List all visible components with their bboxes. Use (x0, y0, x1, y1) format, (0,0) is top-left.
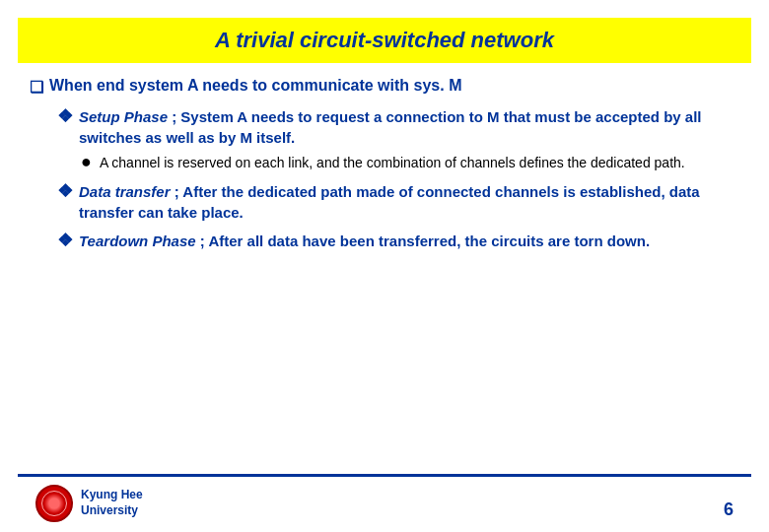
logo-inner-circle (41, 491, 67, 516)
sub-point-setup-text: Setup Phase ; System A needs to request … (79, 106, 739, 148)
sub-bullet-setup: ❖ (57, 105, 73, 127)
main-point: ❑ When end system A needs to communicate… (30, 77, 739, 97)
sub-bullet-data-transfer: ❖ (57, 180, 73, 202)
slide-content: ❑ When end system A needs to communicate… (0, 63, 769, 474)
title-bar: A trivial circuit-switched network (18, 18, 751, 63)
slide-title: A trivial circuit-switched network (215, 28, 554, 52)
sub-point-teardown-text: Teardown Phase ; After all data have bee… (79, 231, 650, 251)
page-number: 6 (724, 499, 734, 522)
sub-point-setup-row: ❖ Setup Phase ; System A needs to reques… (57, 106, 739, 148)
slide-footer: Kyung Hee University 6 (18, 474, 751, 532)
university-line1: Kyung Hee (81, 488, 143, 503)
sub-point-data-transfer: ❖ Data transfer ; After the dedicated pa… (57, 181, 739, 223)
university-name: Kyung Hee University (81, 488, 143, 518)
keyword-teardown: Teardown Phase (79, 233, 196, 249)
nested-point-channel: ● A channel is reserved on each link, an… (81, 154, 739, 173)
sub-point-setup: ❖ Setup Phase ; System A needs to reques… (57, 106, 739, 173)
keyword-data-transfer: Data transfer (79, 183, 171, 200)
university-logo (35, 485, 73, 522)
sub-points-container: ❖ Setup Phase ; System A needs to reques… (57, 106, 739, 251)
footer-logo-area: Kyung Hee University (35, 485, 143, 522)
main-bullet-icon: ❑ (30, 78, 43, 97)
keyword-setup: Setup Phase (79, 108, 168, 125)
slide: A trivial circuit-switched network ❑ Whe… (0, 0, 769, 532)
nested-points-setup: ● A channel is reserved on each link, an… (81, 154, 739, 173)
nested-point-channel-text: A channel is reserved on each link, and … (100, 154, 685, 173)
nested-bullet-icon: ● (81, 152, 92, 172)
sub-bullet-teardown: ❖ (57, 230, 73, 251)
sub-point-data-transfer-text: Data transfer ; After the dedicated path… (79, 181, 739, 223)
main-point-text: When end system A needs to communicate w… (49, 77, 461, 95)
university-line2: University (81, 503, 143, 519)
sub-point-teardown: ❖ Teardown Phase ; After all data have b… (57, 231, 739, 251)
